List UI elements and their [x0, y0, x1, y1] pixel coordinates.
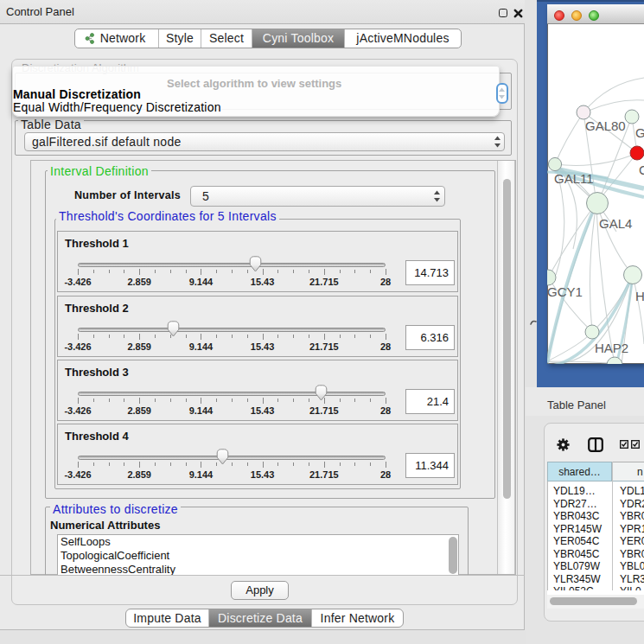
svg-text:GAL80: GAL80 — [585, 118, 626, 133]
svg-text:GAL11: GAL11 — [554, 171, 594, 186]
svg-text:HAP2: HAP2 — [595, 341, 628, 355]
svg-text:G.: G. — [635, 125, 644, 140]
svg-text:C: C — [639, 163, 644, 177]
svg-text:GAL4: GAL4 — [599, 216, 632, 231]
svg-text:H: H — [635, 289, 644, 303]
svg-text:GCY1: GCY1 — [547, 284, 583, 299]
